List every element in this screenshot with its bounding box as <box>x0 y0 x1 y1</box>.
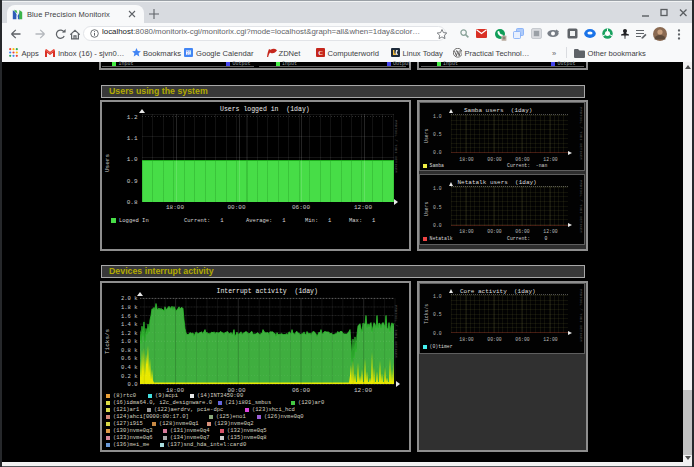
svg-text:C: C <box>318 49 323 56</box>
svg-text:31: 31 <box>186 51 192 56</box>
